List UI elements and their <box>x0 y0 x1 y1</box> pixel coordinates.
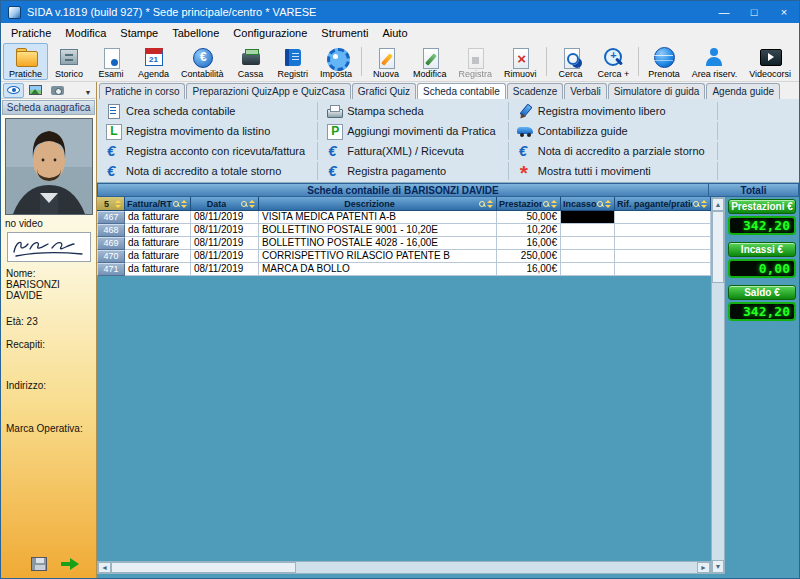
tab-verbali[interactable]: Verbali <box>564 83 607 99</box>
cell-incasso[interactable] <box>561 263 615 276</box>
toolbar-button-rimuovi[interactable]: Rimuovi <box>498 43 543 80</box>
cell-rif-pagante[interactable] <box>615 263 711 276</box>
cell-fattura[interactable]: da fatturare <box>125 237 191 250</box>
cell-data[interactable]: 08/11/2019 <box>191 224 259 237</box>
action-registra-movimento-libero[interactable]: Registra movimento libero <box>513 102 718 120</box>
filter-icon[interactable] <box>597 200 604 208</box>
tab-grafici-quiz[interactable]: Grafici Quiz <box>352 83 416 99</box>
action-registra-acconto-con-ricevuta-fattura[interactable]: Registra acconto con ricevuta/fattura <box>101 142 318 160</box>
filter-icon[interactable] <box>479 200 486 208</box>
vertical-scroll-thumb[interactable] <box>712 211 724 283</box>
action-nota-di-accredito-a-totale-storno[interactable]: Nota di accredito a totale storno <box>101 162 318 180</box>
cell-rif-pagante[interactable] <box>615 237 711 250</box>
cell-rif-pagante[interactable] <box>615 224 711 237</box>
action-nota-di-accredito-a-parziale-storno[interactable]: Nota di accredito a parziale storno <box>513 142 718 160</box>
cell-descrizione[interactable]: BOLLETTINO POSTALE 4028 - 16,00E <box>259 237 497 250</box>
filter-icon[interactable] <box>693 200 700 208</box>
toolbar-button-registri[interactable]: Registri <box>272 43 315 80</box>
toolbar-button-cerca[interactable]: Cerca <box>550 43 592 80</box>
photo-view-button[interactable] <box>3 83 24 98</box>
close-button[interactable]: × <box>769 1 799 23</box>
toolbar-button-pratiche[interactable]: Pratiche <box>3 43 48 80</box>
image-view-button[interactable] <box>25 83 46 98</box>
toolbar-button-esami[interactable]: Esami <box>90 43 132 80</box>
corner-cell[interactable]: 5 <box>97 197 125 211</box>
vertical-scroll-track[interactable] <box>712 283 724 560</box>
toolbar-button-cerca[interactable]: Cerca + <box>592 43 636 80</box>
action-aggiungi-movimenti-da-pratica[interactable]: Aggiungi movimenti da Pratica <box>322 122 509 140</box>
cell-rif-pagante[interactable] <box>615 211 711 224</box>
menu-tabellone[interactable]: Tabellone <box>165 25 226 41</box>
menu-stampe[interactable]: Stampe <box>113 25 165 41</box>
cell-prestazione[interactable]: 16,00€ <box>497 263 561 276</box>
column-incasso[interactable]: Incasso <box>561 197 615 211</box>
toolbar-button-area-riserv[interactable]: Area riserv. <box>686 43 743 80</box>
sort-icon[interactable] <box>181 200 188 208</box>
action-registra-movimento-da-listino[interactable]: Registra movimento da listino <box>101 122 318 140</box>
cell-descrizione[interactable]: BOLLETTINO POSTALE 9001 - 10,20E <box>259 224 497 237</box>
cell-incasso[interactable] <box>561 237 615 250</box>
menu-pratiche[interactable]: Pratiche <box>4 25 58 41</box>
action-fattura-xml-ricevuta[interactable]: Fattura(XML) / Ricevuta <box>322 142 509 160</box>
cell-data[interactable]: 08/11/2019 <box>191 250 259 263</box>
tab-scheda-contabile[interactable]: Scheda contabile <box>417 83 506 99</box>
cell-descrizione[interactable]: CORRISPETTIVO RILASCIO PATENTE B <box>259 250 497 263</box>
cell-fattura[interactable]: da fatturare <box>125 250 191 263</box>
cell-prestazione[interactable]: 16,00€ <box>497 237 561 250</box>
sort-icon[interactable] <box>551 200 558 208</box>
table-row[interactable]: 470 da fatturare 08/11/2019 CORRISPETTIV… <box>97 250 711 263</box>
scroll-up-button[interactable] <box>712 198 724 211</box>
scroll-down-button[interactable] <box>712 560 724 573</box>
cell-data[interactable]: 08/11/2019 <box>191 211 259 224</box>
cell-descrizione[interactable]: VISITA MEDICA PATENTI A-B <box>259 211 497 224</box>
tab-scadenze[interactable]: Scadenze <box>507 83 563 99</box>
toolbar-button-storico[interactable]: Storico <box>48 43 90 80</box>
cell-fattura[interactable]: da fatturare <box>125 224 191 237</box>
cell-prestazione[interactable]: 10,20€ <box>497 224 561 237</box>
cell-fattura[interactable]: da fatturare <box>125 263 191 276</box>
filter-icon[interactable] <box>543 200 550 208</box>
filter-icon[interactable] <box>241 200 248 208</box>
sort-icon[interactable] <box>605 200 612 208</box>
toolbar-button-imposta[interactable]: Imposta <box>314 43 358 80</box>
toolbar-button-registra[interactable]: Registra <box>453 43 499 80</box>
column-prestazione[interactable]: Prestazione <box>497 197 561 211</box>
cell-rif-pagante[interactable] <box>615 250 711 263</box>
scroll-left-button[interactable] <box>98 562 111 573</box>
toolbar-button-contabilit[interactable]: Contabilità <box>175 43 230 80</box>
sort-icon[interactable] <box>115 200 122 208</box>
action-crea-scheda-contabile[interactable]: Crea scheda contabile <box>101 102 318 120</box>
menu-configurazione[interactable]: Configurazione <box>226 25 314 41</box>
cell-descrizione[interactable]: MARCA DA BOLLO <box>259 263 497 276</box>
sort-icon[interactable] <box>487 200 494 208</box>
action-registra-pagamento[interactable]: Registra pagamento <box>322 162 509 180</box>
column-fattura-rt[interactable]: Fattura/RT <box>125 197 191 211</box>
horizontal-scrollbar[interactable] <box>97 561 711 574</box>
chevron-down-icon[interactable] <box>82 81 94 99</box>
menu-strumenti[interactable]: Strumenti <box>314 25 375 41</box>
toolbar-button-agenda[interactable]: Agenda <box>132 43 175 80</box>
row-number-cell[interactable]: 471 <box>97 263 125 276</box>
toolbar-button-nuova[interactable]: Nuova <box>365 43 407 80</box>
table-row[interactable]: 469 da fatturare 08/11/2019 BOLLETTINO P… <box>97 237 711 250</box>
toolbar-button-videocorsi[interactable]: Videocorsi <box>743 43 797 80</box>
horizontal-scroll-track[interactable] <box>296 562 697 573</box>
save-icon[interactable] <box>31 557 47 571</box>
column-data[interactable]: Data <box>191 197 259 211</box>
cell-fattura[interactable]: da fatturare <box>125 211 191 224</box>
horizontal-scroll-thumb[interactable] <box>111 562 296 573</box>
toolbar-button-cassa[interactable]: Cassa <box>230 43 272 80</box>
filter-icon[interactable] <box>173 200 180 208</box>
column-rif-pagante-pratica[interactable]: Rif. pagante/pratica <box>615 197 711 211</box>
toolbar-button-prenota[interactable]: Prenota <box>642 43 686 80</box>
toolbar-button-modifica[interactable]: Modifica <box>407 43 453 80</box>
cell-prestazione[interactable]: 250,00€ <box>497 250 561 263</box>
cell-incasso[interactable] <box>561 224 615 237</box>
action-contabilizza-guide[interactable]: Contabilizza guide <box>513 122 718 140</box>
row-number-cell[interactable]: 470 <box>97 250 125 263</box>
maximize-button[interactable]: □ <box>739 1 769 23</box>
tab-simulatore-di-guida[interactable]: Simulatore di guida <box>608 83 706 99</box>
minimize-button[interactable]: — <box>709 1 739 23</box>
vertical-scrollbar[interactable] <box>711 197 725 574</box>
table-row[interactable]: 467 da fatturare 08/11/2019 VISITA MEDIC… <box>97 211 711 224</box>
